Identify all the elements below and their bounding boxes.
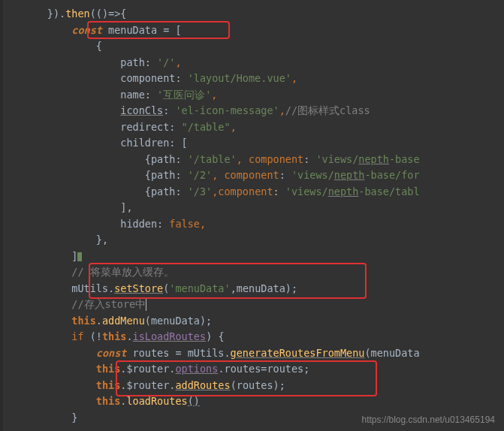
code-line: mUtils.setStore('menuData',menuData); — [3, 281, 504, 297]
code-line: children: [ — [3, 135, 504, 152]
code-line: {path: '/2', component: 'views/nepth-bas… — [3, 167, 504, 184]
code-line: //存入store中 — [3, 297, 504, 313]
code-line: ], — [3, 200, 504, 216]
code-line: }, — [3, 232, 504, 249]
code-line: name: '互医问诊', — [3, 87, 504, 104]
code-editor[interactable]: }).then(()=>{ const menuData = [ { path:… — [0, 0, 504, 431]
code-line: iconCls: 'el-icon-message',//图标样式class — [3, 103, 504, 119]
code-line: const menuData = [ — [3, 23, 504, 39]
code-line: path: '/', — [3, 55, 504, 71]
code-line: {path: '/3',component: 'views/nepth-base… — [3, 184, 504, 200]
code-line: }).then(()=>{ — [3, 6, 504, 23]
code-line: {path: '/table', component: 'views/nepth… — [3, 152, 504, 168]
code-line: this.$router.options.routes=routes; — [3, 361, 504, 378]
code-line: this.$router.addRoutes(routes); — [3, 378, 504, 394]
code-line: component: 'layout/Home.vue', — [3, 71, 504, 87]
code-line: { — [3, 38, 504, 55]
code-line: const routes = mUtils.generateRoutesFrom… — [3, 345, 504, 362]
edit-marker-icon — [77, 252, 82, 261]
text-cursor-icon — [146, 299, 146, 311]
code-line: this.loadRoutes() — [3, 393, 504, 410]
code-line: redirect: "/table", — [3, 119, 504, 136]
code-line: hidden: false, — [3, 216, 504, 233]
code-line: ] — [3, 249, 504, 265]
watermark-text: https://blog.csdn.net/u013465194 — [362, 414, 495, 425]
code-line: // 将菜单放入缓存。 — [3, 264, 504, 281]
code-line: this.addMenu(menuData); — [3, 313, 504, 330]
code-line: if (!this.isLoadRoutes) { — [3, 329, 504, 345]
